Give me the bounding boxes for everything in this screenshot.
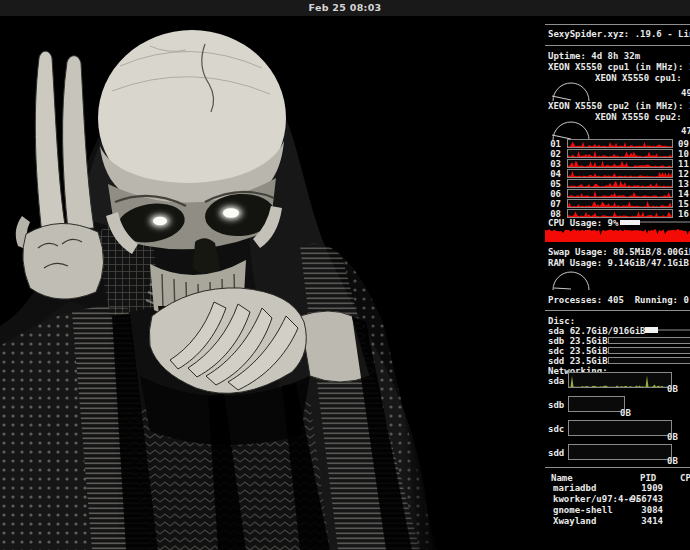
disc-title: Disc: (548, 316, 575, 326)
process-pid: 3084 (603, 505, 663, 515)
core-graph (567, 199, 673, 208)
ram-gauge (548, 265, 594, 293)
process-pid: 1909 (603, 483, 663, 493)
uptime-line: Uptime: 4d 8h 32m (548, 51, 640, 61)
cpu1-gauge (548, 76, 594, 104)
net-label: sdc (548, 424, 564, 434)
separator (545, 24, 690, 25)
process-pid: 3414 (603, 516, 663, 526)
clock[interactable]: Feb 25 08:03 (0, 2, 690, 13)
disk-bar-empty (608, 337, 690, 344)
core-label-right: 14 (678, 189, 689, 199)
host-kernel-line: SexySpider.xyz: .19.6 - Linu (548, 29, 690, 39)
proc-col-cpu: CP (680, 473, 690, 483)
core-graph (567, 159, 673, 168)
net-graph-box (568, 372, 672, 388)
processes-line: Processes: 405 Running: 0 (548, 295, 689, 305)
core-graph (567, 139, 673, 148)
net-value: 0B (667, 384, 678, 394)
conky-system-monitor: SexySpider.xyz: .19.6 - Linu Uptime: 4d … (545, 0, 690, 550)
core-label-right: 10 (678, 149, 689, 159)
cpu1-mhz-line: XEON X5550 cpu1 (in MHz): 16 (548, 62, 690, 72)
net-value: 0B (667, 432, 678, 442)
core-label-right: 15 (678, 199, 689, 209)
separator (545, 45, 690, 46)
top-bar: Feb 25 08:03 (0, 0, 690, 16)
process-pid: 956743 (603, 494, 663, 504)
net-graph-box (568, 420, 672, 436)
cpu2-label: XEON X5550 cpu2: (595, 112, 682, 122)
core-label: 01 (549, 139, 561, 149)
disk-label: sda 62.7GiB/916GiB (548, 326, 646, 336)
proc-col-pid: PID (640, 473, 656, 483)
net-label: sdd (548, 448, 564, 458)
core-label-right: 13 (678, 179, 689, 189)
core-graph (567, 209, 673, 218)
proc-col-name: Name (551, 473, 573, 483)
core-graph (567, 179, 673, 188)
net-value: 0B (620, 408, 631, 418)
cpu1-gauge-value: 49 (681, 88, 690, 98)
net-label: sda (548, 376, 564, 386)
core-label: 02 (549, 149, 561, 159)
separator (545, 310, 690, 311)
swap-usage-line: Swap Usage: 80.5MiB/8.00GiB (548, 247, 690, 257)
core-graph (567, 149, 673, 158)
core-label: 05 (549, 179, 561, 189)
disk-label: sdd 23.5GiB (548, 356, 608, 366)
disk-bar-rest (658, 329, 690, 331)
disk-bar-empty (608, 347, 690, 354)
core-graph (567, 169, 673, 178)
net-graph-box (568, 444, 672, 460)
disk-bar-empty (608, 357, 690, 364)
cpu-usage-label: CPU Usage: 9% (548, 218, 618, 228)
wallpaper-skull-art (0, 16, 450, 550)
disk-bar-fill (645, 327, 658, 333)
separator (545, 467, 690, 468)
process-name: Xwayland (553, 516, 596, 526)
core-graph (567, 189, 673, 198)
core-label: 04 (549, 169, 561, 179)
net-label: sdb (548, 400, 564, 410)
disk-label: sdb 23.5GiB (548, 336, 608, 346)
core-label: 06 (549, 189, 561, 199)
disk-label: sdc 23.5GiB (548, 346, 608, 356)
cpu2-mhz-line: XEON X5550 cpu2 (in MHz): 16 (548, 101, 690, 111)
core-label: 07 (549, 199, 561, 209)
cpu1-label: XEON X5550 cpu1: (595, 73, 682, 83)
core-label-right: 11 (678, 159, 689, 169)
cpu-history-graph (545, 228, 690, 242)
net-value: 0B (667, 456, 678, 466)
core-label-right: 12 (678, 169, 689, 179)
core-label-right: 16 (678, 209, 689, 219)
cpu2-gauge-value: 47 (681, 126, 690, 136)
net-graph-box (568, 396, 625, 412)
process-name: mariadbd (553, 483, 596, 493)
core-label-right: 09 (678, 139, 689, 149)
core-label: 03 (549, 159, 561, 169)
